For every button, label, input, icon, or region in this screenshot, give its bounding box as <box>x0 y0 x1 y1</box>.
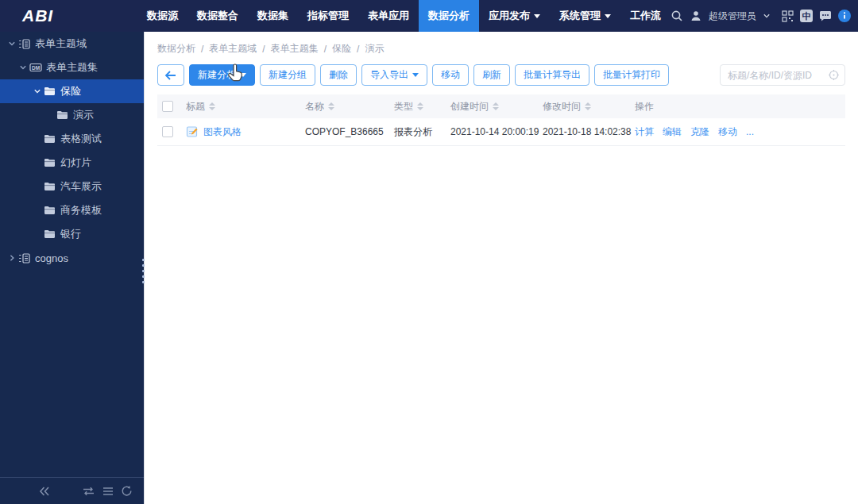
tree-item[interactable]: DM表单主题集 <box>0 56 144 79</box>
sort-icon[interactable] <box>493 102 499 110</box>
toolbar-button[interactable]: 删除 <box>320 64 357 86</box>
toolbar-button[interactable]: 刷新 <box>473 64 510 86</box>
action-link[interactable]: 编辑 <box>663 125 682 139</box>
tree-item[interactable]: 保险 <box>0 79 144 103</box>
tree-item[interactable]: cognos <box>0 246 144 270</box>
sidebar: 表单主题域DM表单主题集保险演示表格测试幻灯片汽车展示商务模板银行cognos <box>0 32 144 504</box>
user-icon[interactable] <box>690 10 702 22</box>
chevron-down-icon[interactable] <box>17 63 29 71</box>
column-header[interactable]: 名称 <box>305 100 394 113</box>
sort-icon[interactable] <box>328 102 334 110</box>
column-label: 操作 <box>635 100 654 113</box>
header-checkbox-cell <box>157 101 186 112</box>
chevron-down-icon[interactable] <box>6 40 18 48</box>
tree-item[interactable]: 幻灯片 <box>0 151 144 175</box>
sort-icon[interactable] <box>417 102 423 110</box>
column-label: 名称 <box>305 100 324 113</box>
menu-icon[interactable] <box>102 487 114 496</box>
language-toggle[interactable]: 中 <box>800 10 813 22</box>
action-link[interactable]: ... <box>746 126 754 137</box>
message-icon[interactable] <box>819 10 832 21</box>
tree-item[interactable]: 汽车展示 <box>0 175 144 198</box>
nav-item-label: 数据分析 <box>428 9 470 23</box>
breadcrumb-item[interactable]: 保险 <box>332 42 351 56</box>
button-label: 批量计算打印 <box>603 68 660 82</box>
user-name[interactable]: 超级管理员 <box>709 10 756 23</box>
breadcrumb-separator: / <box>357 44 359 55</box>
back-button[interactable] <box>157 64 184 86</box>
column-header[interactable]: 创建时间 <box>450 100 543 113</box>
tree-item-label: 表单主题集 <box>46 60 98 75</box>
search-icon[interactable] <box>671 10 683 22</box>
column-header[interactable]: 标题 <box>186 100 305 113</box>
action-link[interactable]: 计算 <box>635 125 654 139</box>
resize-handle[interactable] <box>142 259 145 283</box>
content: 数据分析/表单主题域/表单主题集/保险/演示 新建分析新建分组删除导入导出移动刷… <box>144 32 858 504</box>
button-label: 移动 <box>441 68 460 82</box>
chevron-down-icon <box>412 73 419 77</box>
tree-item-label: 表格测试 <box>60 132 102 146</box>
tree-item-label: 幻灯片 <box>60 156 91 170</box>
tree-item[interactable]: 表单主题域 <box>0 32 144 56</box>
breadcrumb: 数据分析/表单主题域/表单主题集/保险/演示 <box>145 32 858 56</box>
nav-right: 超级管理员 中 <box>671 0 858 32</box>
action-link[interactable]: 克隆 <box>690 125 709 139</box>
toolbar-button[interactable]: 批量计算导出 <box>515 64 589 86</box>
toolbar-button[interactable]: 新建分组 <box>260 64 315 86</box>
breadcrumb-item[interactable]: 表单主题集 <box>271 42 319 56</box>
nav-item[interactable]: 工作流 <box>620 0 671 32</box>
column-header[interactable]: 类型 <box>394 100 450 113</box>
chevron-right-icon[interactable] <box>6 254 18 262</box>
table-row: 图表风格COPYOF_B36665报表分析2021-10-14 20:00:19… <box>157 118 845 146</box>
resource-title-link[interactable]: 图表风格 <box>203 125 242 139</box>
action-link[interactable]: 移动 <box>718 125 737 139</box>
toolbar-button[interactable]: 导入导出 <box>361 64 427 86</box>
nav-item[interactable]: 表单应用 <box>358 0 419 32</box>
nav-menu: 数据源数据整合数据集指标管理表单应用数据分析应用发布系统管理工作流 <box>137 0 671 32</box>
toolbar-button[interactable]: 移动 <box>432 64 469 86</box>
breadcrumb-item[interactable]: 演示 <box>365 42 384 56</box>
chevron-down-icon[interactable] <box>31 87 44 95</box>
qr-code-icon[interactable] <box>782 10 794 22</box>
nav-item[interactable]: 数据集 <box>248 0 298 32</box>
refresh-icon[interactable] <box>121 485 133 497</box>
breadcrumb-item[interactable]: 表单主题域 <box>209 42 257 56</box>
sort-icon[interactable] <box>209 102 215 110</box>
sort-icon[interactable] <box>585 102 591 110</box>
new-analysis-button[interactable]: 新建分析 <box>189 64 255 86</box>
tree-item-label: 保险 <box>60 84 81 98</box>
nav-item-label: 工作流 <box>630 9 661 23</box>
app-window: ABI 数据源数据整合数据集指标管理表单应用数据分析应用发布系统管理工作流 超级… <box>0 0 858 504</box>
toolbar: 新建分析新建分组删除导入导出移动刷新批量计算导出批量计算打印 <box>157 64 845 86</box>
created-cell: 2021-10-14 20:00:19 <box>450 126 543 137</box>
info-icon[interactable] <box>838 10 851 22</box>
column-header[interactable]: 修改时间 <box>543 100 635 113</box>
chevron-down-icon[interactable] <box>763 12 771 20</box>
chevron-down-icon <box>534 14 540 18</box>
toolbar-button[interactable]: 批量计算打印 <box>594 64 669 86</box>
tree-item[interactable]: 银行 <box>0 222 144 246</box>
tree-item[interactable]: 商务模板 <box>0 198 144 222</box>
breadcrumb-item[interactable]: 数据分析 <box>157 42 195 56</box>
nav-item[interactable]: 系统管理 <box>550 0 620 32</box>
search-input[interactable] <box>720 64 845 86</box>
nav-item-label: 应用发布 <box>489 9 530 23</box>
tree-item[interactable]: 演示 <box>0 103 144 127</box>
button-label: 刷新 <box>482 68 501 82</box>
title-cell: 图表风格 <box>186 125 305 139</box>
row-checkbox[interactable] <box>162 126 173 137</box>
table-body: 图表风格COPYOF_B36665报表分析2021-10-14 20:00:19… <box>157 118 845 146</box>
collapse-sidebar-button[interactable] <box>38 486 51 497</box>
select-all-checkbox[interactable] <box>162 101 173 112</box>
advanced-search-icon[interactable] <box>828 69 840 81</box>
nav-item[interactable]: 指标管理 <box>298 0 358 32</box>
nav-item[interactable]: 数据源 <box>137 0 187 32</box>
nav-item[interactable]: 数据分析 <box>419 0 479 32</box>
swap-icon[interactable] <box>82 487 95 496</box>
chevron-down-icon <box>605 14 611 18</box>
folder-icon <box>44 158 60 167</box>
nav-item[interactable]: 数据整合 <box>187 0 248 32</box>
tree-item[interactable]: 表格测试 <box>0 127 144 151</box>
modified-cell: 2021-10-18 14:02:38 <box>543 126 635 137</box>
nav-item[interactable]: 应用发布 <box>479 0 550 32</box>
